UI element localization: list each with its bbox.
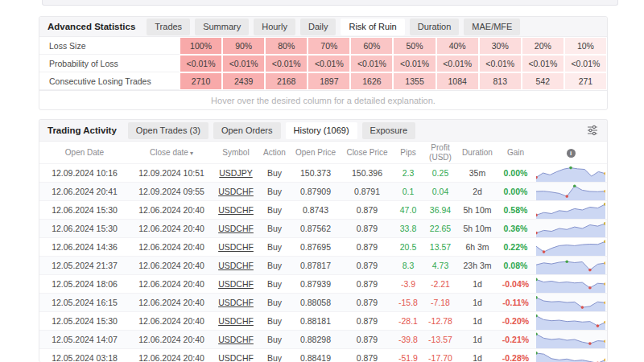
risk-cell[interactable]: <0.01% — [308, 55, 350, 72]
risk-cell[interactable]: <0.01% — [564, 55, 607, 72]
risk-cell[interactable]: 271 — [564, 72, 607, 90]
cell-gain: -0.21% — [497, 335, 535, 344]
column-header-open-price: Open Price — [291, 148, 341, 158]
advanced-statistics-tabs: TradesSummaryHourlyDailyRisk of RuinDura… — [147, 19, 525, 35]
symbol-link[interactable]: USDCHF — [218, 353, 254, 362]
cell-open-date: 12.06.2024 14:36 — [39, 242, 130, 252]
tab-summary[interactable]: Summary — [195, 19, 249, 35]
risk-cell[interactable]: <0.01% — [393, 55, 436, 72]
cell-close-date: 12.06.2024 20:40 — [130, 353, 213, 362]
cell-symbol: USDCHF — [213, 187, 258, 196]
tab-trades[interactable]: Trades — [147, 19, 190, 35]
risk-cell[interactable]: 40% — [436, 37, 479, 55]
cell-open-date: 12.05.2024 14:07 — [39, 335, 130, 344]
risk-cell[interactable]: 90% — [222, 37, 265, 55]
symbol-link[interactable]: USDCHF — [218, 242, 254, 252]
tab-risk-of-ruin[interactable]: Risk of Ruin — [341, 19, 404, 35]
risk-cell[interactable]: 80% — [265, 37, 308, 55]
symbol-link[interactable]: USDCHF — [218, 316, 254, 326]
risk-cell[interactable]: <0.01% — [180, 55, 222, 72]
history-table-row: 12.05.2024 14:0712.06.2024 20:40USDCHFBu… — [39, 330, 607, 348]
tab-daily[interactable]: Daily — [300, 19, 336, 35]
symbol-link[interactable]: USDCHF — [218, 224, 254, 233]
cell-close-date: 12.06.2024 20:40 — [130, 261, 213, 270]
risk-row-loss-size: Loss Size100%90%80%70%60%50%40%30%20%10% — [39, 37, 607, 55]
cell-open-date: 12.09.2024 10:16 — [39, 168, 130, 178]
cell-action: Buy — [258, 353, 291, 362]
risk-cell[interactable]: 30% — [479, 37, 522, 55]
cell-symbol: USDCHF — [213, 261, 258, 270]
symbol-link[interactable]: USDCHF — [218, 279, 254, 289]
tab-exposure[interactable]: Exposure — [362, 122, 415, 139]
risk-cell[interactable]: <0.01% — [436, 55, 479, 72]
cell-symbol: USDCHF — [213, 316, 258, 326]
symbol-link[interactable]: USDCHF — [218, 261, 254, 270]
cell-pips: -39.8 — [394, 335, 423, 344]
risk-cell[interactable]: 1355 — [393, 72, 436, 90]
cell-chart — [535, 164, 607, 182]
risk-cell[interactable]: <0.01% — [265, 55, 308, 72]
symbol-link[interactable]: USDJPY — [219, 168, 252, 178]
cell-pips: 8.3 — [394, 261, 423, 270]
sort-caret-icon[interactable]: ▾ — [190, 150, 193, 157]
trade-sparkline-chart — [536, 331, 605, 348]
risk-cell[interactable]: 2439 — [222, 72, 265, 90]
risk-cell[interactable]: <0.01% — [350, 55, 393, 72]
risk-row-label: Loss Size — [39, 37, 180, 55]
cell-close-date: 12.06.2024 20:40 — [130, 335, 213, 344]
risk-cell[interactable]: 10% — [564, 37, 607, 55]
symbol-link[interactable]: USDCHF — [218, 335, 254, 344]
tab-duration[interactable]: Duration — [410, 19, 460, 35]
column-header-action: Action — [258, 148, 291, 158]
column-header-gain: Gain — [497, 148, 535, 158]
risk-cell[interactable]: <0.01% — [222, 55, 265, 72]
cell-close-date: 12.06.2024 20:40 — [130, 242, 213, 252]
risk-of-ruin-table: Loss Size100%90%80%70%60%50%40%30%20%10%… — [39, 37, 607, 90]
tab-mae-mfe[interactable]: MAE/MFE — [464, 19, 520, 35]
risk-cell[interactable]: 70% — [308, 37, 350, 55]
symbol-link[interactable]: USDCHF — [218, 205, 254, 215]
risk-cell[interactable]: 20% — [522, 37, 564, 55]
cell-symbol: USDCHF — [213, 335, 258, 344]
risk-cell[interactable]: 1897 — [308, 72, 350, 90]
column-header-pips: Pips — [394, 148, 423, 158]
cell-close-date: 12.09.2024 09:55 — [130, 187, 213, 196]
risk-cell[interactable]: 1084 — [436, 72, 479, 90]
tab-open-orders[interactable]: Open Orders — [213, 122, 281, 139]
cell-gain: 0.08% — [497, 261, 535, 270]
risk-cell[interactable]: <0.01% — [479, 55, 522, 72]
cell-open-price: 0.87695 — [291, 242, 341, 252]
risk-cell[interactable]: 2168 — [265, 72, 308, 90]
cell-pips: -15.8 — [394, 298, 423, 307]
symbol-link[interactable]: USDCHF — [218, 298, 254, 307]
cell-close-date: 12.06.2024 20:40 — [130, 298, 213, 307]
risk-cell[interactable]: <0.01% — [522, 55, 564, 72]
risk-cell[interactable]: 2710 — [180, 72, 222, 90]
tab-hourly[interactable]: Hourly — [254, 19, 295, 35]
cell-open-date: 12.06.2024 15:30 — [39, 224, 130, 233]
column-header-profit-usd: Profit (USD) — [423, 143, 458, 162]
risk-cell[interactable]: 542 — [522, 72, 564, 90]
tab-history-1069[interactable]: History (1069) — [286, 122, 357, 139]
info-icon[interactable]: i — [567, 149, 576, 158]
risk-cell[interactable]: 60% — [350, 37, 393, 55]
cell-open-price: 0.8743 — [291, 205, 341, 215]
cell-action: Buy — [258, 261, 291, 270]
risk-cell[interactable]: 50% — [393, 37, 436, 55]
column-header-close-date[interactable]: Close date▾ — [130, 148, 213, 158]
risk-cell[interactable]: 100% — [180, 37, 222, 55]
cell-open-price: 0.87562 — [291, 224, 341, 233]
cell-symbol: USDCHF — [213, 242, 258, 252]
column-header-symbol: Symbol — [213, 148, 258, 158]
tab-open-trades-3[interactable]: Open Trades (3) — [128, 122, 208, 139]
risk-row-label: Consecutive Losing Trades — [39, 72, 180, 90]
cell-open-price: 0.87909 — [291, 187, 341, 196]
cell-close-price: 0.879 — [341, 279, 394, 289]
symbol-link[interactable]: USDCHF — [218, 187, 254, 196]
cell-close-price: 0.879 — [341, 205, 394, 215]
risk-cell[interactable]: 1626 — [350, 72, 393, 90]
filter-sliders-icon[interactable] — [586, 124, 599, 137]
cell-gain: 0.22% — [497, 242, 535, 252]
risk-cell[interactable]: 813 — [479, 72, 522, 90]
trading-activity-tabbar: Trading Activity Open Trades (3)Open Ord… — [39, 120, 607, 142]
